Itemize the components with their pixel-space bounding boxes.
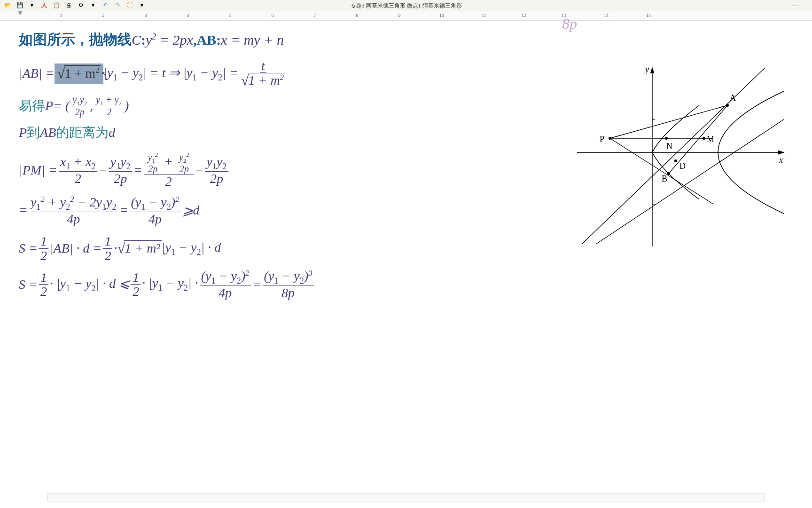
expand-dropdown-icon[interactable]: ▾: [138, 2, 146, 9]
eq-final: =: [252, 277, 261, 292]
minus1: −: [99, 163, 108, 178]
eq1: =: [133, 163, 142, 178]
horizontal-scrollbar[interactable]: [47, 493, 765, 501]
document-content: 8p 如图所示，抛物线 C : y2 = 2px , AB : x = my +…: [0, 21, 812, 316]
pm-abs: |PM| =: [19, 163, 57, 178]
close-paren: ): [125, 98, 129, 113]
ruler-mark: 7: [314, 13, 316, 18]
point-d-label: D: [679, 161, 686, 171]
ab-abs: |AB| =: [19, 66, 55, 81]
settings-icon[interactable]: ⚙: [77, 2, 85, 9]
point-a-label: A: [730, 93, 736, 103]
ruler[interactable]: 123456789101112131415: [0, 11, 812, 21]
ruler-mark: 6: [272, 13, 274, 18]
line-eq: x = my + n: [221, 32, 284, 48]
highlighted-sqrt[interactable]: 1 + m2 ↖: [55, 64, 104, 84]
point-n-label: N: [666, 142, 672, 151]
settings-dropdown-icon[interactable]: ▾: [89, 2, 97, 9]
minimize-button[interactable]: —: [791, 2, 798, 9]
d-result: d: [193, 203, 200, 218]
dot: ·: [114, 241, 117, 256]
to-word: 到: [27, 124, 40, 142]
svg-point-14: [703, 137, 705, 140]
pdf-icon[interactable]: 人: [40, 2, 48, 9]
p-letter: P: [45, 98, 53, 113]
svg-line-9: [669, 105, 727, 174]
geometry-diagram: y x A B P N M D: [568, 58, 793, 256]
ruler-mark: 10: [439, 13, 444, 18]
ruler-mark: 15: [646, 13, 651, 18]
ruler-mark: 1: [60, 13, 62, 18]
open-icon[interactable]: 📂: [4, 2, 11, 9]
x-axis-label: x: [779, 155, 783, 165]
ge-symbol: ⩾: [182, 203, 193, 218]
svg-point-15: [674, 159, 677, 162]
ab-d: |AB| · d =: [50, 241, 102, 256]
copy-icon[interactable]: 📋: [53, 2, 60, 9]
redo-icon[interactable]: ↷: [114, 2, 121, 9]
ruler-mark: 11: [482, 13, 486, 18]
ruler-mark: 8: [356, 13, 359, 18]
distance-text: 的距离为: [56, 124, 109, 142]
svg-point-10: [726, 104, 729, 107]
cursor-icon: ↖: [102, 70, 107, 78]
ruler-mark: 4: [187, 13, 189, 18]
svg-line-4: [582, 68, 765, 244]
s-eq: S =: [19, 241, 38, 256]
svg-line-6: [610, 138, 713, 204]
separator: ,: [193, 32, 197, 48]
s-eq2: S =: [19, 277, 38, 292]
svg-point-13: [665, 137, 668, 140]
comma: ,: [90, 98, 93, 113]
problem-statement: 如图所示，抛物线 C : y2 = 2px , AB : x = my + n: [19, 30, 793, 49]
save-icon[interactable]: 💾: [16, 2, 23, 9]
minus2: −: [195, 163, 204, 178]
ab-ref: AB: [40, 125, 56, 140]
colon2: :: [216, 32, 221, 48]
point-b-label: B: [662, 174, 667, 183]
ruler-mark: 5: [229, 13, 232, 18]
save-dropdown-icon[interactable]: ▾: [28, 2, 36, 9]
curve-c: C: [132, 32, 141, 48]
colon: :: [141, 32, 146, 48]
svg-point-11: [667, 172, 670, 175]
ruler-mark: 14: [604, 13, 609, 18]
expand-icon[interactable]: ⛶: [126, 2, 133, 9]
d-letter: d: [109, 125, 115, 140]
svg-point-12: [609, 137, 611, 140]
ruler-mark: 9: [398, 13, 401, 18]
ab-label: AB: [196, 32, 216, 48]
ruler-mark: 12: [522, 13, 526, 18]
print-icon[interactable]: 🖨: [65, 2, 72, 9]
point-p-label: P: [600, 135, 604, 144]
eq2: =: [119, 203, 128, 218]
document-title: 专题3 阿基米德三角形 微点1 阿基米德三角形: [351, 2, 462, 10]
undo-icon[interactable]: ↶: [102, 2, 109, 9]
intro-text: 如图所示，抛物线: [19, 30, 132, 49]
area-equation-2: S = 12 · |y1 − y2| · d ⩽ 12 · |y1 − y2| …: [19, 269, 793, 300]
easy-get: 易得: [19, 97, 45, 115]
ruler-mark: 2: [102, 13, 105, 18]
ruler-tab-marker[interactable]: [18, 11, 23, 16]
svg-line-7: [610, 105, 727, 138]
parabola-eq: y2 = 2px: [146, 32, 193, 48]
point-m-label: M: [707, 135, 714, 144]
faded-background-text: 8p: [562, 15, 577, 32]
eq-start: =: [19, 203, 28, 218]
ruler-mark: 3: [145, 13, 147, 18]
p-ref: P: [19, 125, 27, 140]
open-paren: = (: [53, 98, 70, 113]
y-axis-label: y: [644, 65, 649, 74]
